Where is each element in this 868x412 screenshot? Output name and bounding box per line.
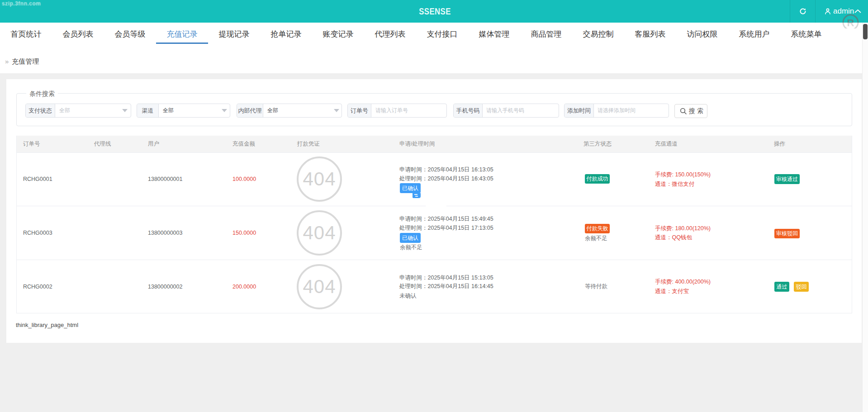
svg-text:R: R bbox=[847, 23, 854, 28]
svg-text:R: R bbox=[847, 17, 854, 23]
